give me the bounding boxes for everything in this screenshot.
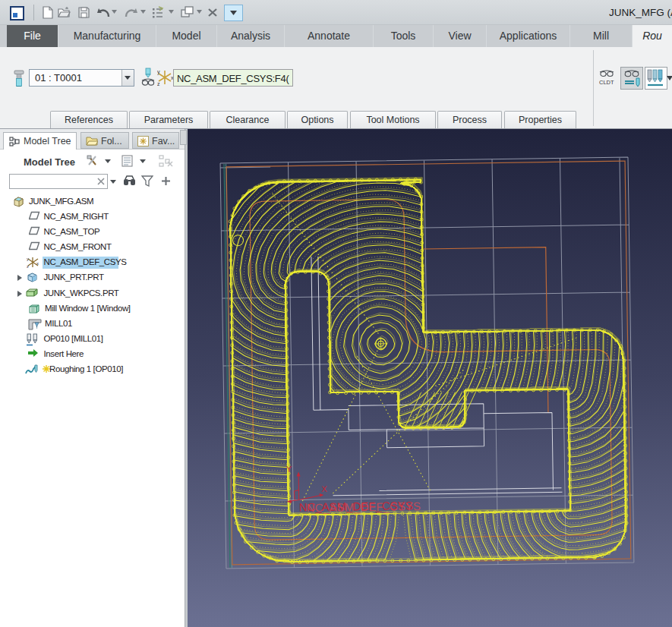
svg-text:y: y xyxy=(27,257,29,261)
svg-text:z: z xyxy=(157,81,160,87)
svg-text:X: X xyxy=(321,484,327,493)
svg-text:Y: Y xyxy=(286,465,292,474)
svg-text:x: x xyxy=(36,261,39,266)
svg-text:z: z xyxy=(27,264,29,268)
svg-text:CLDT: CLDT xyxy=(599,79,614,86)
svg-text:NC_ASM_DEF_CSYS: NC_ASM_DEF_CSYS xyxy=(307,499,421,514)
svg-text:y: y xyxy=(157,69,160,75)
